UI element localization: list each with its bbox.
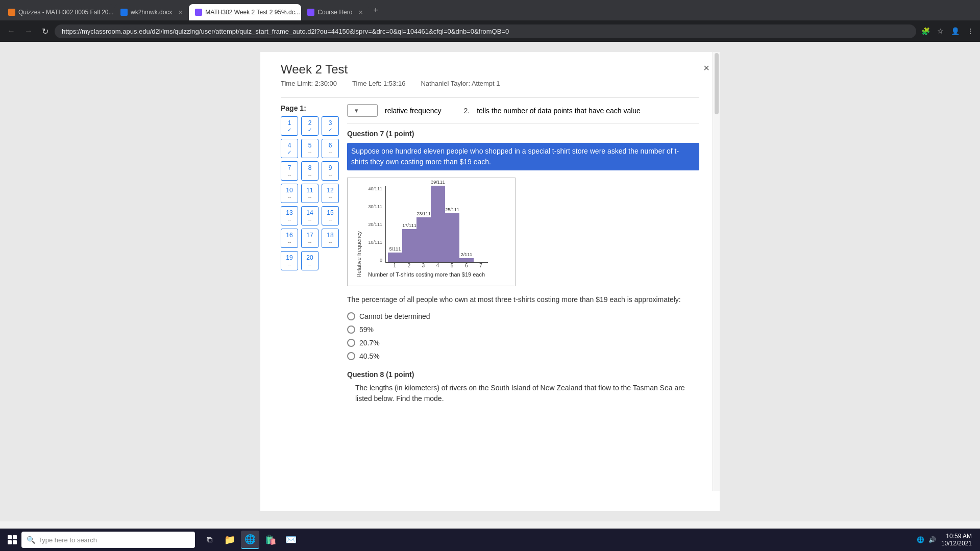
nav-item-20[interactable]: 20 --	[301, 251, 318, 270]
tab-favicon-quizzes	[8, 9, 15, 16]
nav-item-11[interactable]: 11 --	[301, 184, 318, 203]
reload-button[interactable]: ↻	[39, 24, 52, 38]
nav-item-16[interactable]: 16 --	[281, 229, 298, 248]
clock-date: 10/12/2021	[941, 540, 972, 547]
q7-options: Cannot be determined 59% 20.7% 40.5	[347, 312, 699, 360]
bar-label-4: 39/111	[431, 180, 445, 185]
nav-item-4[interactable]: 4 ✓	[281, 139, 298, 158]
matching-row: ▾ relative frequency 2. tells the number…	[347, 104, 699, 117]
question-8: Question 8 (1 point) The lengths (in kil…	[347, 370, 699, 404]
nav-num-18: 18	[327, 232, 333, 239]
tab-math302[interactable]: MATH302 Week 2 Test 2 95%.dc... ✕	[189, 4, 301, 20]
tab-close-ch[interactable]: ✕	[358, 9, 363, 16]
tab-wk2hmwk[interactable]: wk2hmwk.docx ✕	[114, 4, 189, 20]
start-button[interactable]	[3, 531, 21, 549]
more-icon[interactable]: ⋮	[965, 25, 976, 37]
nav-num-15: 15	[327, 209, 333, 216]
profile-icon[interactable]: 👤	[949, 25, 962, 37]
tab-favicon-math302	[195, 9, 202, 16]
q7-highlighted-text: Suppose one hundred eleven people who sh…	[347, 143, 699, 178]
network-icon: 🌐	[917, 536, 924, 543]
nav-item-10[interactable]: 10 --	[281, 184, 298, 203]
y-tick-20: 20/111	[365, 222, 382, 227]
taskbar-edge[interactable]: 🌐	[241, 531, 259, 549]
nav-item-18[interactable]: 18 --	[322, 229, 339, 248]
nav-item-6[interactable]: 6 --	[322, 139, 339, 158]
match-text: tells the number of data points that hav…	[477, 107, 641, 115]
q7-radio-3[interactable]	[347, 339, 355, 347]
toolbar-icons: 🧩 ☆ 👤 ⋮	[919, 25, 976, 37]
bar-rect-2	[402, 229, 416, 262]
nav-num-10: 10	[286, 187, 292, 194]
nav-item-13[interactable]: 13 --	[281, 206, 298, 226]
tab-close-wk2[interactable]: ✕	[178, 9, 183, 16]
taskbar-task-view[interactable]: ⧉	[200, 531, 218, 549]
forward-button[interactable]: →	[21, 24, 36, 38]
task-view-icon: ⧉	[207, 535, 212, 544]
tab-bar: Quizzes - MATH302 8005 Fall 20... ✕ wk2h…	[0, 0, 980, 20]
y-tick-0: 0	[365, 258, 382, 263]
nav-item-15[interactable]: 15 --	[322, 206, 339, 226]
address-input[interactable]	[55, 24, 916, 38]
tab-coursehero[interactable]: Course Hero ✕	[301, 4, 369, 20]
x-ticks: 1 2 3 4 5 6 7	[365, 263, 488, 268]
q7-radio-2[interactable]	[347, 325, 355, 334]
q8-body: The lengths (in kilometers) of rivers on…	[347, 383, 699, 404]
nav-item-7[interactable]: 7 --	[281, 161, 298, 181]
nav-status-11: --	[308, 194, 312, 200]
extensions-icon[interactable]: 🧩	[919, 25, 932, 37]
nav-item-19[interactable]: 19 --	[281, 251, 298, 270]
close-button[interactable]: ×	[703, 62, 709, 74]
nav-item-14[interactable]: 14 --	[301, 206, 318, 226]
back-button[interactable]: ←	[4, 24, 18, 38]
bar-label-5: 25/111	[445, 207, 459, 212]
quiz-title: Week 2 Test	[281, 62, 699, 77]
nav-item-12[interactable]: 12 --	[322, 184, 339, 203]
taskbar: 🔍 Type here to search ⧉ 📁 🌐 🛍️ ✉️ 🌐 🔊 10…	[0, 529, 980, 551]
nav-item-5[interactable]: 5 --	[301, 139, 318, 158]
nav-item-1[interactable]: 1 ✓	[281, 116, 298, 136]
nav-status-7: --	[288, 172, 291, 178]
scroll-thumb[interactable]	[715, 53, 719, 114]
nav-item-8[interactable]: 8 --	[301, 161, 318, 181]
nav-num-14: 14	[306, 209, 313, 216]
nav-status-2: ✓	[308, 127, 312, 133]
matching-dropdown[interactable]: ▾	[347, 104, 378, 117]
nav-num-19: 19	[286, 254, 292, 261]
q7-option-3[interactable]: 20.7%	[347, 339, 699, 347]
q7-option-4[interactable]: 40.5%	[347, 352, 699, 360]
nav-item-17[interactable]: 17 --	[301, 229, 318, 248]
bookmark-icon[interactable]: ☆	[935, 25, 946, 37]
y-tick-30: 30/111	[365, 204, 382, 209]
taskbar-file-explorer[interactable]: 📁	[220, 531, 239, 549]
y-tick-40: 40/111	[365, 186, 382, 191]
nav-item-2[interactable]: 2 ✓	[301, 116, 318, 136]
nav-num-2: 2	[308, 119, 312, 127]
nav-item-9[interactable]: 9 --	[322, 161, 339, 181]
q7-option-label-4: 40.5%	[359, 352, 380, 360]
x-tick-3: 3	[416, 263, 430, 268]
nav-item-3[interactable]: 3 ✓	[322, 116, 339, 136]
new-tab-button[interactable]: +	[369, 6, 382, 15]
nav-num-8: 8	[308, 164, 312, 171]
x-axis-label: Number of T-shirts costing more than $19…	[365, 271, 488, 278]
bar-1: 5/111	[388, 246, 402, 262]
q7-option-1[interactable]: Cannot be determined	[347, 312, 699, 320]
tab-quizzes[interactable]: Quizzes - MATH302 8005 Fall 20... ✕	[2, 4, 114, 20]
scrollbar[interactable]	[713, 52, 720, 491]
q7-option-2[interactable]: 59%	[347, 325, 699, 334]
taskbar-mail[interactable]: ✉️	[282, 531, 300, 549]
tab-favicon-ch	[307, 9, 314, 16]
y-axis-label: Relative frequency	[356, 186, 362, 278]
question-7: Question 7 (1 point) Suppose one hundred…	[347, 130, 699, 360]
taskbar-search[interactable]: 🔍 Type here to search	[21, 532, 195, 548]
q7-radio-4[interactable]	[347, 352, 355, 360]
nav-status-6: --	[329, 149, 332, 155]
nav-status-12: --	[329, 194, 332, 200]
y-ticks: 0 10/111 20/111 30/111 40/111	[365, 186, 384, 263]
bar-rect-3	[416, 217, 431, 262]
taskbar-store[interactable]: 🛍️	[261, 531, 280, 549]
main-wrapper: Week 2 Test Time Limit: 2:30:00 Time Lef…	[0, 42, 980, 521]
x-tick-6: 6	[459, 263, 474, 268]
q7-radio-1[interactable]	[347, 312, 355, 320]
